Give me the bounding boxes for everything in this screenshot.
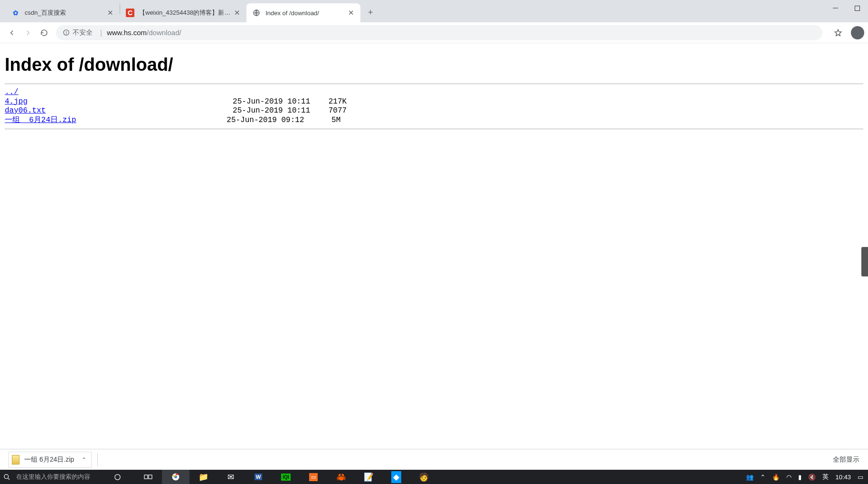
svg-point-6 [4, 474, 8, 478]
insecure-badge: 不安全 [63, 28, 93, 37]
file-link[interactable]: day06.txt [5, 106, 46, 115]
app-icon[interactable]: 🧑 [410, 470, 437, 484]
notepad-icon[interactable]: 📝 [355, 470, 382, 484]
svg-point-5 [66, 34, 66, 34]
svg-point-8 [115, 474, 120, 479]
tab-1[interactable]: C 【weixin_43254438的博客】新… ✕ [120, 3, 246, 22]
chevron-up-icon[interactable]: ⌃ [82, 456, 86, 463]
crab-icon[interactable]: 🦀 [327, 470, 355, 484]
download-filename: 一组 6月24日.zip [24, 456, 74, 464]
svg-rect-2 [855, 6, 859, 11]
svg-line-7 [8, 478, 9, 480]
close-icon[interactable]: ✕ [347, 9, 355, 17]
ime-indicator[interactable]: 英 [822, 473, 829, 481]
paw-icon: ✿ [11, 9, 20, 17]
volume-icon[interactable]: 🔇 [808, 474, 816, 481]
separator [97, 453, 98, 466]
browser-toolbar: 不安全 | www.hs.com/download/ [0, 22, 868, 43]
chrome-icon[interactable] [162, 470, 189, 484]
window-controls [824, 0, 868, 17]
close-icon[interactable]: ✕ [233, 9, 241, 17]
app-icon[interactable]: ◆ [382, 470, 410, 484]
file-link[interactable]: 一组 6月24日.zip [5, 116, 76, 124]
word-icon[interactable]: W [245, 470, 272, 484]
globe-icon [252, 9, 261, 17]
explorer-icon[interactable]: 📁 [189, 470, 217, 484]
bookmark-button[interactable] [830, 25, 846, 41]
new-tab-button[interactable]: + [363, 5, 377, 19]
notifications-icon[interactable]: ▭ [858, 474, 863, 481]
system-tray: 👥 ⌃ 🔥 ◠ ▮ 🔇 英 10:43 ▭ [746, 473, 868, 481]
taskbar-apps: 📁 ✉ W iQI ▭ 🦀 📝 ◆ 🧑 [134, 470, 437, 484]
close-icon[interactable]: ✕ [106, 9, 114, 17]
taskbar-clock[interactable]: 10:43 [835, 474, 851, 481]
zip-icon [12, 455, 19, 465]
file-link[interactable]: 4.jpg [5, 97, 28, 106]
divider [5, 129, 863, 129]
directory-listing: ../ 4.jpg 25-Jun-2019 10:11 217K day06.t… [5, 88, 863, 125]
tab-title: Index of /download/ [265, 9, 344, 17]
url-path: /download/ [147, 28, 181, 37]
back-button[interactable] [4, 25, 20, 41]
side-panel-stub[interactable] [861, 247, 868, 276]
profile-avatar[interactable] [851, 26, 864, 39]
cortana-icon[interactable] [114, 474, 121, 481]
svg-rect-9 [144, 475, 148, 479]
address-bar[interactable]: 不安全 | www.hs.com/download/ [56, 25, 822, 40]
battery-icon[interactable]: ▮ [798, 474, 802, 481]
show-all-downloads[interactable]: 全部显示 [833, 456, 859, 464]
tab-0[interactable]: ✿ csdn_百度搜索 ✕ [6, 3, 120, 22]
divider [5, 84, 863, 84]
insecure-label: 不安全 [73, 28, 93, 37]
people-icon[interactable]: 👥 [746, 474, 754, 481]
reload-button[interactable] [36, 25, 52, 41]
search-icon[interactable] [0, 474, 13, 481]
taskbar-search[interactable]: 在这里输入你要搜索的内容 [16, 473, 90, 481]
browser-tab-bar: ✿ csdn_百度搜索 ✕ C 【weixin_43254438的博客】新… ✕… [0, 0, 868, 22]
separator: | [100, 28, 102, 37]
task-view-icon[interactable] [134, 470, 162, 484]
maximize-button[interactable] [846, 0, 868, 17]
minimize-button[interactable] [824, 0, 846, 17]
tab-title: csdn_百度搜索 [25, 9, 104, 17]
chevron-up-icon[interactable]: ⌃ [760, 474, 765, 481]
iqiyi-icon[interactable]: iQI [272, 470, 300, 484]
svg-rect-10 [149, 475, 152, 479]
vm-icon[interactable]: ▭ [300, 470, 327, 484]
page-title: Index of /download/ [5, 55, 863, 75]
wifi-icon[interactable]: ◠ [786, 474, 792, 481]
mail-icon[interactable]: ✉ [217, 470, 245, 484]
forward-button[interactable] [20, 25, 36, 41]
tray-icon[interactable]: 🔥 [772, 474, 780, 481]
tab-title: 【weixin_43254438的博客】新… [139, 9, 230, 17]
page-content: Index of /download/ ../ 4.jpg 25-Jun-201… [0, 43, 868, 134]
download-shelf: 一组 6月24日.zip ⌃ 全部显示 [0, 449, 868, 470]
download-item[interactable]: 一组 6月24日.zip ⌃ [9, 452, 92, 468]
url-host: www.hs.com [107, 28, 147, 37]
csdn-icon: C [126, 9, 134, 17]
tab-2-active[interactable]: Index of /download/ ✕ [246, 3, 360, 22]
parent-dir-link[interactable]: ../ [5, 88, 19, 96]
windows-taskbar: 在这里输入你要搜索的内容 📁 ✉ W iQI ▭ 🦀 📝 ◆ 🧑 👥 ⌃ 🔥 ◠… [0, 470, 868, 484]
